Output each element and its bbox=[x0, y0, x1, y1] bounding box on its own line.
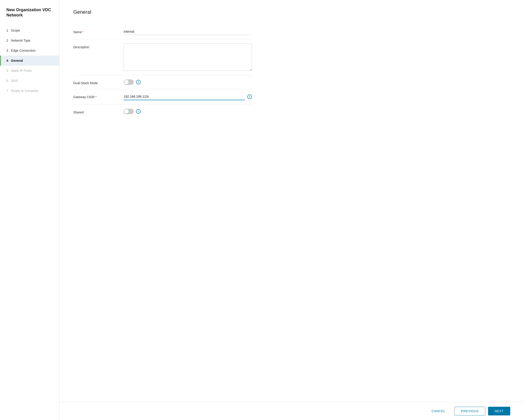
sidebar-item-network-type[interactable]: 2 Network Type bbox=[0, 35, 59, 46]
sidebar-item-edge-connection[interactable]: 3 Edge Connection bbox=[0, 46, 59, 56]
description-label: Description bbox=[73, 43, 124, 49]
dual-stack-info-icon[interactable]: i bbox=[136, 80, 141, 84]
description-control-area bbox=[124, 43, 252, 71]
step-number-3: 3 bbox=[6, 49, 8, 52]
name-control-area bbox=[124, 28, 252, 35]
page-title: General bbox=[73, 9, 510, 15]
name-required: * bbox=[82, 30, 84, 34]
shared-info-icon[interactable]: i bbox=[136, 109, 141, 114]
wizard-nav: 1 Scope 2 Network Type 3 Edge Connection… bbox=[0, 25, 59, 420]
sidebar-item-label-general: General bbox=[11, 59, 23, 62]
gateway-cidr-info-icon[interactable]: i bbox=[247, 94, 252, 99]
step-number-4: 4 bbox=[6, 59, 8, 62]
name-label: Name* bbox=[73, 28, 124, 34]
shared-track bbox=[124, 109, 134, 114]
step-number-1: 1 bbox=[6, 29, 8, 32]
step-number-7: 7 bbox=[6, 89, 8, 93]
form-row-shared: Shared i bbox=[73, 105, 252, 118]
footer: CANCEL PREVIOUS NEXT bbox=[60, 402, 524, 420]
gateway-cidr-input-wrapper bbox=[124, 93, 245, 100]
gateway-cidr-input[interactable] bbox=[124, 93, 245, 100]
form-row-dual-stack: Dual-Stack Mode i bbox=[73, 75, 252, 89]
shared-thumb bbox=[124, 109, 129, 114]
sidebar-item-ready-to-complete: 7 Ready to Complete bbox=[0, 86, 59, 96]
shared-label: Shared bbox=[73, 109, 124, 114]
step-number-5: 5 bbox=[6, 69, 8, 73]
cancel-button[interactable]: CANCEL bbox=[425, 407, 452, 415]
wizard-title: New Organization VDC Network bbox=[0, 7, 59, 25]
dual-stack-label: Dual-Stack Mode bbox=[73, 79, 124, 85]
form-row-gateway-cidr: Gateway CIDR* i bbox=[73, 89, 252, 105]
form-section: Name* Description Dual-Stack Mode bbox=[73, 24, 252, 118]
main-content: General Name* Description bbox=[60, 0, 524, 420]
next-button[interactable]: NEXT bbox=[488, 407, 510, 415]
description-textarea[interactable] bbox=[124, 43, 252, 71]
sidebar: New Organization VDC Network 1 Scope 2 N… bbox=[0, 0, 60, 420]
form-row-description: Description bbox=[73, 39, 252, 75]
dual-stack-thumb bbox=[124, 80, 129, 84]
sidebar-item-label-edge-connection: Edge Connection bbox=[11, 49, 35, 52]
step-number-6: 6 bbox=[6, 79, 8, 83]
form-row-name: Name* bbox=[73, 24, 252, 39]
sidebar-item-label-scope: Scope bbox=[11, 29, 20, 32]
dual-stack-control-area: i bbox=[124, 79, 252, 85]
step-number-2: 2 bbox=[6, 39, 8, 42]
gateway-cidr-control-area: i bbox=[124, 93, 252, 100]
sidebar-item-label-dns: DNS bbox=[11, 79, 18, 83]
gateway-cidr-required: * bbox=[95, 95, 96, 99]
shared-toggle[interactable] bbox=[124, 109, 134, 114]
sidebar-item-dns: 6 DNS bbox=[0, 76, 59, 86]
sidebar-item-static-ip-pools: 5 Static IP Pools bbox=[0, 66, 59, 76]
previous-button[interactable]: PREVIOUS bbox=[454, 407, 485, 415]
content-area: General Name* Description bbox=[60, 0, 524, 402]
dual-stack-toggle[interactable] bbox=[124, 79, 134, 85]
sidebar-item-general[interactable]: 4 General bbox=[0, 56, 59, 66]
sidebar-item-label-static-ip-pools: Static IP Pools bbox=[11, 69, 32, 73]
shared-control-area: i bbox=[124, 109, 252, 114]
dual-stack-track bbox=[124, 79, 134, 85]
gateway-cidr-label: Gateway CIDR* bbox=[73, 93, 124, 99]
sidebar-item-scope[interactable]: 1 Scope bbox=[0, 25, 59, 35]
sidebar-item-label-ready-to-complete: Ready to Complete bbox=[11, 89, 38, 93]
sidebar-item-label-network-type: Network Type bbox=[11, 39, 30, 42]
name-input[interactable] bbox=[124, 28, 252, 35]
